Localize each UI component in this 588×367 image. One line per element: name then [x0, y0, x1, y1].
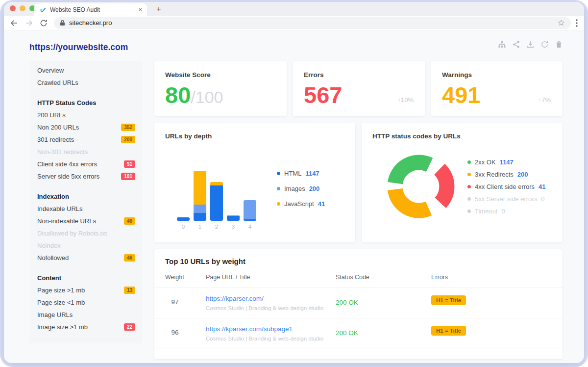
browser-menu-icon[interactable]: [576, 19, 578, 27]
sidebar-item-label: Page size <1 mb: [37, 299, 85, 306]
bar-depth-2: [210, 182, 223, 221]
sidebar-item[interactable]: Non-indexable URLs46: [37, 215, 135, 227]
download-icon[interactable]: [526, 40, 535, 49]
count-badge: 51: [124, 160, 135, 168]
legend-value: 0: [541, 195, 544, 203]
column-header-errors: Errors: [431, 274, 448, 281]
count-badge: 46: [124, 217, 135, 225]
legend-item: Images200: [277, 181, 325, 196]
audited-site-url[interactable]: https://yourwebsite.com: [29, 42, 128, 52]
browser-tab[interactable]: Website SEO Audit ×: [34, 3, 147, 16]
url-text: sitechecker.pro: [69, 19, 554, 26]
urls-by-depth-card: URLs by depth 01234 HTML1147Images200Jav…: [154, 123, 355, 242]
status-code-value: 200 OK: [336, 329, 358, 337]
legend-dot: [467, 185, 471, 188]
trash-icon[interactable]: [555, 40, 563, 49]
legend-value: 41: [539, 183, 545, 190]
column-header-weight: Weight: [165, 274, 184, 281]
sidebar-item[interactable]: Image size >1 mb22: [37, 321, 135, 333]
card-title: Errors: [304, 71, 324, 79]
donut-segment: [440, 169, 447, 203]
legend-value: 0: [501, 208, 505, 215]
table-title: Top 10 URLs by weight: [165, 257, 245, 265]
bookmark-star-icon[interactable]: [558, 19, 565, 26]
legend-item: 5xx Server side errors0: [467, 193, 546, 205]
page-title-subtext: Cosmos Studio | Branding & web-design st…: [206, 305, 323, 311]
legend-item: JavaScript41: [277, 196, 325, 211]
chart-title: HTTP status codes by URLs: [372, 132, 461, 140]
back-icon[interactable]: [10, 19, 19, 27]
sitemap-icon[interactable]: [498, 40, 506, 49]
error-badge: H1 = Title: [431, 326, 466, 336]
legend-item: 2xx OK1147: [467, 156, 546, 168]
page-url-link[interactable]: https://kparser.com/subpage1: [206, 325, 293, 333]
chart-title: URLs by depth: [165, 132, 212, 140]
sidebar-nav: OverviewCrawled URLsHTTP Status Codes200…: [29, 61, 142, 343]
bar-segment-html: [210, 185, 223, 221]
row-divider: [154, 348, 563, 348]
forward-icon[interactable]: [24, 19, 33, 27]
sidebar-section-header: HTTP Status Codes: [37, 97, 135, 109]
sidebar-section-header: Content: [37, 272, 135, 284]
weight-cell: 97: [165, 298, 185, 306]
sidebar-item: Noindex: [37, 239, 135, 252]
donut-segment: [395, 189, 429, 210]
screenshot-root: Website SEO Audit × + sitechecker.pro: [0, 0, 588, 367]
bar-segment-html: [177, 217, 190, 221]
sidebar-item-label: Client side 4xx errors: [37, 160, 97, 168]
errors-value: 567: [304, 83, 342, 106]
legend-dot: [277, 172, 280, 175]
bar-segment-images: [244, 200, 256, 219]
sidebar-item[interactable]: Server side 5xx errors101: [37, 170, 135, 183]
bar-segment-javascript: [210, 182, 223, 185]
bar-depth-4: [244, 200, 256, 221]
reload-icon[interactable]: [39, 19, 48, 27]
report-actions: [498, 40, 563, 49]
tab-close-icon[interactable]: ×: [138, 6, 142, 13]
minimize-window-button[interactable]: [20, 5, 25, 11]
depth-bar-chart: [177, 167, 256, 221]
depth-chart-legend: HTML1147Images200JavaScript41: [277, 166, 325, 211]
share-icon[interactable]: [512, 40, 520, 49]
count-badge: 22: [124, 323, 135, 331]
legend-dot: [277, 187, 280, 190]
sidebar-item[interactable]: 200 URLs: [37, 109, 135, 121]
legend-dot: [277, 202, 280, 206]
count-badge: 101: [121, 173, 135, 180]
sidebar-item-label: Non-301 redirects: [37, 148, 88, 156]
score-denominator: /100: [191, 88, 223, 106]
new-tab-button[interactable]: +: [153, 4, 164, 15]
sidebar-item[interactable]: Crawled URLs: [37, 77, 135, 89]
legend-label: 4xx Client side errors: [475, 183, 535, 190]
address-bar[interactable]: sitechecker.pro: [54, 17, 571, 29]
sidebar-item[interactable]: Page size >1 mb13: [37, 284, 135, 296]
column-header-status: Status Code: [336, 274, 369, 281]
legend-value: 1147: [305, 170, 319, 177]
sidebar-item[interactable]: Image URLs: [37, 309, 135, 321]
sidebar-item[interactable]: 301 redirects200: [37, 133, 135, 146]
warnings-card: Warnings 491 ↑7%: [431, 61, 563, 116]
sidebar-item[interactable]: Non 200 URLs352: [37, 121, 135, 133]
close-window-button[interactable]: [10, 5, 16, 11]
bar-segment-html: [227, 216, 240, 221]
count-badge: 352: [121, 124, 135, 131]
legend-label: Timeout: [475, 208, 497, 215]
errors-card: Errors 567 ↑10%: [293, 61, 425, 116]
sidebar-item[interactable]: Page size <1 mb: [37, 296, 135, 309]
column-header-url: Page URL / Title: [206, 274, 250, 281]
sidebar-item-label: Overview: [37, 67, 64, 74]
sidebar-item[interactable]: Client side 4xx errors51: [37, 158, 135, 170]
website-score-card: Website Score 80/100: [154, 61, 287, 116]
legend-label: 2xx OK: [475, 158, 496, 166]
sidebar-item[interactable]: Nofollowed46: [37, 252, 135, 264]
refresh-icon[interactable]: [540, 40, 549, 49]
sidebar-item[interactable]: Indexable URLs: [37, 203, 135, 215]
sidebar-item[interactable]: Overview: [37, 64, 135, 77]
page-url-link[interactable]: https://kparser.com/: [206, 295, 264, 302]
legend-dot: [467, 160, 471, 164]
status-chart-legend: 2xx OK11473xx Redirects2004xx Client sid…: [467, 156, 546, 217]
donut-segment: [395, 162, 430, 183]
tab-strip: Website SEO Audit × +: [4, 2, 584, 16]
sidebar-item-label: Page size >1 mb: [37, 287, 85, 294]
sidebar-item-label: Indexation: [37, 193, 69, 200]
